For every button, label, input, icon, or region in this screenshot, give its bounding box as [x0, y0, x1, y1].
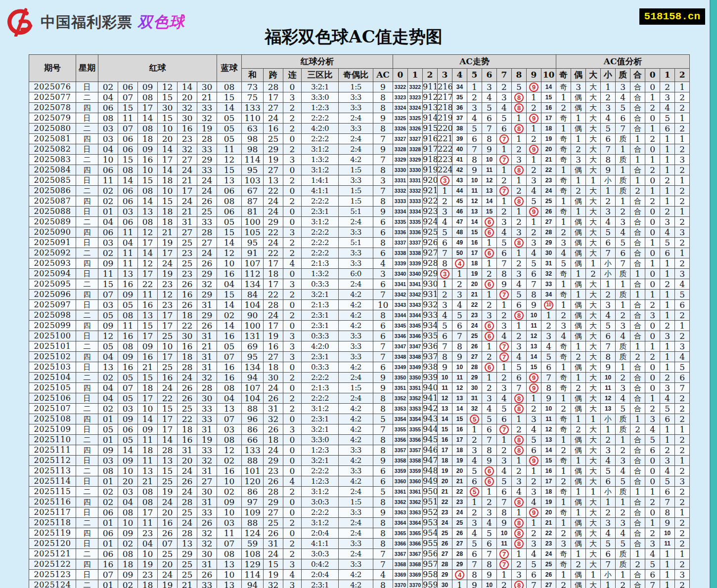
ac-analysis-cell: 1 [601, 424, 616, 435]
ac-analysis-cell: 1 [660, 134, 675, 144]
red-ball-cell: 05 [118, 373, 138, 383]
red-ball-cell: 13 [138, 466, 158, 476]
ac-analysis-cell: 偶 [571, 279, 586, 290]
ac-hit-circle: 6 [485, 249, 494, 258]
ac-trend-cell: 3358 [393, 456, 408, 466]
ac-trend-cell: 3 [512, 269, 527, 279]
table-row: 2025109日05060917183103862633:2:14:273355… [29, 424, 690, 435]
ac-analysis-cell: 0 [645, 331, 660, 341]
ac-value-cell: 3 [373, 269, 393, 279]
span-cell: 32 [264, 580, 283, 588]
ac-analysis-cell: 1 [675, 207, 690, 217]
ac-analysis-cell: 1 [616, 362, 630, 373]
red-ball-cell: 28 [197, 134, 217, 144]
red-ball-cell: 20 [158, 507, 178, 518]
period-cell: 2025115 [29, 487, 76, 497]
zone-ratio-cell: 3:2:1 [302, 290, 339, 300]
ac-trend-cell: 14 [482, 196, 497, 207]
span-cell: 18 [264, 269, 283, 279]
ac-trend-cell: 3340 [408, 269, 423, 279]
red-ball-cell: 13 [158, 456, 178, 466]
ac-analysis-cell: 奇 [556, 186, 571, 196]
ac-analysis-cell: 4 [616, 227, 630, 238]
sum-cell: 100 [242, 321, 264, 331]
red-ball-cell: 19 [138, 559, 158, 570]
blue-ball-cell: 07 [217, 539, 242, 549]
ac-analysis-cell: 合 [630, 321, 645, 331]
ac-trend-cell: 6 [512, 300, 527, 310]
ac-trend-cell: 3359 [393, 466, 408, 476]
span-cell: 26 [264, 424, 283, 435]
ac-trend-cell: 3368 [393, 559, 408, 570]
zone-ratio-cell: 1:3:2 [302, 155, 339, 165]
ac-value-cell: 6 [373, 466, 393, 476]
ac-trend-cell: 12 [527, 331, 541, 341]
ac-analysis-cell: 2 [645, 134, 660, 144]
consecutive-cell: 2 [283, 487, 302, 497]
ac-value-cell: 8 [373, 103, 393, 113]
span-cell: 24 [264, 445, 283, 456]
odd-even-ratio-cell: 3:3 [339, 445, 373, 456]
ac-analysis-cell: 小 [601, 175, 616, 186]
ac-analysis-cell: 奇 [556, 487, 571, 497]
ac-analysis-cell: 6 [616, 248, 630, 258]
red-ball-cell: 18 [138, 134, 158, 144]
col-header-trend-8: 8 [512, 69, 527, 82]
ac-trend-cell: 15 [541, 456, 556, 466]
ac-hit-circle: 8 [514, 166, 524, 175]
ac-trend-cell: 4 [527, 497, 541, 507]
ac-trend-cell: 6 [527, 570, 541, 580]
ac-analysis-cell: 2 [660, 321, 675, 331]
red-ball-cell: 15 [158, 466, 178, 476]
table-row: 2025076日02060912143008732803:2:11:593322… [29, 82, 690, 92]
ac-analysis-cell: 2 [645, 196, 660, 207]
red-ball-cell: 29 [197, 290, 217, 300]
ac-analysis-cell: 1 [616, 279, 630, 290]
odd-even-ratio-cell: 3:3 [339, 331, 373, 341]
ac-analysis-cell: 2 [675, 445, 690, 456]
ac-trend-cell: 17 [452, 435, 467, 445]
ac-analysis-cell: 3 [601, 103, 616, 113]
ac-trend-cell: 28 [541, 227, 556, 238]
ac-hit-circle: 8 [514, 197, 524, 206]
ac-trend-cell: 4 [527, 186, 541, 196]
ac-value-cell: 7 [373, 186, 393, 196]
ac-trend-cell: 28 [438, 559, 452, 570]
red-ball-cell: 33 [197, 165, 217, 175]
ac-analysis-cell: 1 [571, 341, 586, 352]
period-cell: 2025098 [29, 310, 76, 321]
ac-trend-cell: 3328 [408, 144, 423, 155]
ac-trend-cell: 3 [482, 310, 497, 321]
red-ball-cell: 21 [138, 476, 158, 487]
ac-analysis-cell: 3 [645, 310, 660, 321]
span-cell: 18 [264, 362, 283, 373]
red-ball-cell: 31 [178, 445, 197, 456]
red-ball-cell: 17 [158, 424, 178, 435]
odd-even-ratio-cell: 2:4 [339, 487, 373, 497]
ac-analysis-cell: 2 [645, 352, 660, 362]
ac-analysis-cell: 2 [630, 424, 645, 435]
red-ball-cell: 09 [98, 321, 118, 331]
blue-ball-cell: 02 [217, 456, 242, 466]
red-ball-cell: 09 [138, 341, 158, 352]
ac-analysis-cell: 3 [571, 155, 586, 165]
ac-trend-cell: 3362 [408, 497, 423, 507]
ac-trend-cell: 6 [482, 217, 497, 227]
ac-trend-cell: 9 [527, 383, 541, 393]
red-ball-cell: 30 [178, 331, 197, 341]
table-row: 2025111四091418283133121332401:2:33:38335… [29, 445, 690, 456]
ac-trend-cell: 29 [541, 238, 556, 248]
ac-trend-cell: 1 [482, 238, 497, 248]
table-row: 2025116四02040824283109972903:0:31:583362… [29, 497, 690, 507]
red-ball-cell: 12 [138, 258, 158, 269]
ac-trend-cell: 13 [438, 404, 452, 414]
ac-analysis-cell: 3 [660, 331, 675, 341]
ac-trend-cell: 3 [482, 507, 497, 518]
ac-analysis-cell: 偶 [571, 165, 586, 175]
ac-trend-cell: 3349 [408, 362, 423, 373]
ac-hit-circle: 5 [470, 415, 479, 424]
sum-cell: 107 [242, 383, 264, 393]
ac-trend-cell: 3335 [408, 217, 423, 227]
consecutive-cell: 0 [283, 300, 302, 310]
blue-ball-cell: 10 [217, 570, 242, 580]
